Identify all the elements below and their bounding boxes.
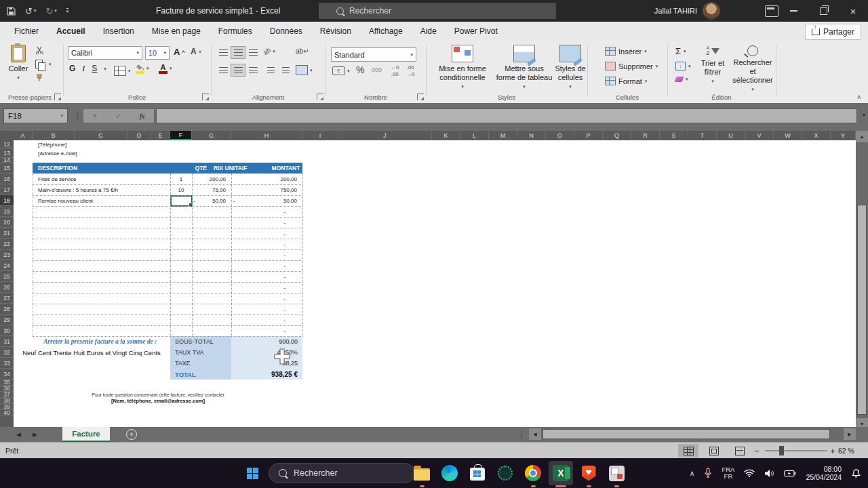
cell-amount-26[interactable]: - [231, 282, 285, 293]
row-header-28[interactable]: 28 [0, 304, 14, 314]
underline-button[interactable]: S [92, 65, 97, 73]
zoom-level[interactable]: 62 % [838, 443, 854, 459]
font-name-select[interactable]: Calibri▾ [68, 46, 142, 60]
total-value-total[interactable]: 938,25 € [231, 369, 302, 380]
insert-function-icon[interactable]: fx [140, 112, 145, 120]
row-header-25[interactable]: 25 [0, 271, 14, 282]
utility-ring-button[interactable] [493, 461, 517, 485]
cell-footer-line1[interactable]: Pour toute question concernant cette fac… [14, 392, 302, 398]
format-painter-button[interactable] [35, 73, 45, 82]
align-top-button[interactable] [216, 46, 231, 59]
ribbon-tab-données[interactable]: Données [261, 22, 311, 41]
zoom-in-button[interactable]: + [830, 443, 835, 459]
row-header-24[interactable]: 24 [0, 260, 14, 271]
invoice-header-row[interactable]: DESCRIPTION QTÉ RIX UNITAIF MONTANT [33, 163, 302, 174]
close-button[interactable]: × [838, 0, 868, 22]
row-header-34[interactable]: 34 [0, 369, 14, 380]
battery-button[interactable] [784, 470, 796, 477]
file-explorer-button[interactable] [410, 461, 434, 485]
conditional-formatting-button[interactable]: Mise en forme conditionnelle ▾ [433, 45, 492, 91]
scroll-up-button[interactable]: ▲ [856, 131, 868, 142]
restore-button[interactable] [808, 0, 838, 22]
sort-filter-button[interactable]: AZ Trier et filtrer ▾ [696, 45, 730, 85]
cell-email[interactable]: [Adresse e-mail] [38, 149, 77, 158]
cell-amount-16[interactable]: 200,00 [231, 174, 297, 184]
column-header-V[interactable]: V [745, 131, 774, 140]
column-header-W[interactable]: W [774, 131, 802, 140]
insert-cells-button[interactable]: Insérer ▾ [605, 47, 647, 56]
align-center-button[interactable] [231, 64, 245, 77]
cut-button[interactable] [35, 46, 44, 54]
find-select-button[interactable]: Rechercher et sélectionner ▾ [731, 45, 774, 94]
orientation-button[interactable]: ab▾ [263, 47, 275, 55]
vertical-scroll-thumb[interactable] [857, 205, 867, 415]
cell-amount-24[interactable]: - [231, 260, 285, 271]
row-header-30[interactable]: 30 [0, 325, 14, 336]
normal-view-button[interactable] [678, 444, 698, 458]
number-format-select[interactable]: Standard▾ [331, 47, 416, 62]
zoom-slider-thumb[interactable] [779, 446, 784, 455]
ribbon-tab-insertion[interactable]: Insertion [94, 22, 143, 41]
column-header-Y[interactable]: Y [831, 131, 856, 140]
cell-amount-20[interactable]: - [231, 217, 285, 228]
ribbon-tab-formules[interactable]: Formules [210, 22, 261, 41]
borders-button[interactable]: ▾ [114, 66, 131, 76]
cell-amount-30[interactable]: - [231, 325, 285, 336]
title-search-box[interactable]: Rechercher [319, 3, 556, 19]
total-value-sous-total[interactable]: 900,00 [231, 336, 302, 347]
cell-amount-23[interactable]: - [231, 249, 285, 260]
horizontal-scroll-thumb[interactable] [542, 429, 830, 439]
undo-button[interactable]: ↺▾ [25, 6, 36, 16]
redo-button[interactable]: ↻▾ [45, 6, 56, 16]
cell-amount-17[interactable]: 750,00 [231, 184, 297, 195]
font-size-select[interactable]: 10▾ [145, 46, 170, 60]
delete-cells-button[interactable]: Supprimer ▾ [605, 62, 658, 70]
total-label-taux tva[interactable]: TAUX TVA [170, 347, 231, 358]
microphone-button[interactable] [704, 468, 712, 479]
cell-unit-18[interactable]: - 50,00 [193, 195, 226, 206]
column-header-G[interactable]: G [192, 131, 231, 140]
row-header-20[interactable]: 20 [0, 217, 14, 228]
copy-button[interactable]: ▾ [35, 60, 52, 68]
page-break-view-button[interactable] [730, 444, 750, 458]
column-header-Q[interactable]: Q [603, 131, 631, 140]
row-header-18[interactable]: 18 [0, 195, 14, 206]
increase-indent-button[interactable] [278, 64, 293, 77]
column-header-K[interactable]: K [432, 131, 460, 140]
cell-amount-19[interactable]: - [231, 206, 285, 217]
ribbon-tab-révision[interactable]: Révision [311, 22, 360, 41]
total-label-total[interactable]: TOTAL [170, 369, 231, 380]
row-header-17[interactable]: 17 [0, 184, 14, 195]
row-header-40[interactable]: 40 [0, 410, 14, 416]
cancel-icon[interactable]: × [92, 111, 97, 121]
decrease-font-button[interactable]: A˅ [191, 47, 201, 56]
cell-amount-28[interactable]: - [231, 304, 285, 314]
name-box[interactable]: F18 ▾ [3, 108, 68, 123]
row-header-16[interactable]: 16 [0, 174, 14, 184]
row-header-19[interactable]: 19 [0, 206, 14, 217]
row-header-33[interactable]: 33 [0, 358, 14, 369]
column-header-J[interactable]: J [338, 131, 432, 140]
comma-style-button[interactable]: 000 [372, 66, 382, 73]
clipboard-dialog-launcher[interactable] [54, 94, 61, 100]
cell-description-18[interactable]: Remise nouveau client [38, 195, 93, 206]
avatar[interactable] [703, 2, 720, 20]
column-header-L[interactable]: L [460, 131, 489, 140]
font-color-button[interactable]: A ▾ [159, 64, 172, 74]
row-header-31[interactable]: 31 [0, 336, 14, 347]
wrap-text-button[interactable]: ab↵ [296, 47, 309, 55]
column-header-X[interactable]: X [802, 131, 831, 140]
column-header-O[interactable]: O [546, 131, 574, 140]
share-button[interactable]: Partager [805, 24, 861, 40]
cell-amount-25[interactable]: - [231, 271, 285, 282]
cell-qty-17[interactable]: 10 [170, 184, 192, 195]
fill-color-button[interactable]: ▾ [136, 64, 149, 74]
row-header-23[interactable]: 23 [0, 249, 14, 260]
increase-decimal-button[interactable]: ←0.00 [391, 65, 399, 77]
collapse-ribbon-button[interactable]: ∧ [856, 94, 861, 100]
total-label-taxe[interactable]: TAXE [170, 358, 231, 369]
fill-button[interactable]: ↓▾ [675, 62, 691, 70]
active-cell-F18[interactable] [170, 195, 193, 207]
row-header-29[interactable]: 29 [0, 314, 14, 325]
cell-unit-16[interactable]: 200,00 [192, 174, 226, 184]
